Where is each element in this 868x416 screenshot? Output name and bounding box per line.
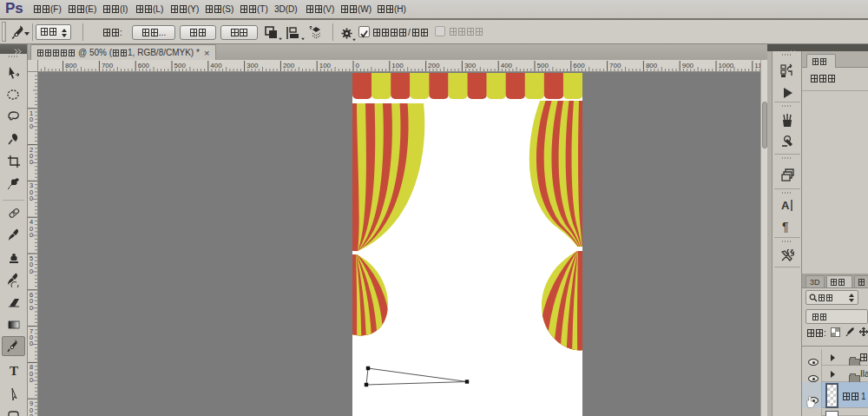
svg-text:0: 0: [30, 231, 33, 239]
svg-text:500: 500: [174, 62, 187, 69]
svg-text:1100: 1100: [754, 62, 760, 69]
svg-text:1000: 1000: [719, 62, 734, 69]
svg-text:0: 0: [30, 413, 33, 416]
svg-text:700: 700: [102, 62, 114, 69]
svg-text:600: 600: [138, 62, 150, 69]
svg-text:400: 400: [501, 62, 513, 69]
svg-text:0: 0: [356, 62, 360, 69]
svg-text:200: 200: [428, 62, 440, 69]
svg-text:0: 0: [30, 304, 33, 312]
svg-text:100: 100: [391, 62, 404, 69]
svg-text:A: A: [781, 199, 790, 212]
svg-text:0: 0: [30, 122, 33, 130]
svg-text:700: 700: [609, 62, 621, 69]
svg-text:800: 800: [646, 62, 658, 69]
svg-text:0: 0: [30, 158, 33, 166]
svg-text:0: 0: [30, 195, 33, 202]
svg-text:200: 200: [283, 62, 295, 69]
svg-text:400: 400: [210, 62, 222, 69]
svg-text:0: 0: [30, 340, 33, 347]
svg-text:T: T: [10, 364, 18, 378]
svg-text:¶: ¶: [782, 220, 789, 233]
svg-text:600: 600: [573, 62, 585, 69]
svg-text:900: 900: [682, 62, 694, 69]
svg-text:500: 500: [537, 62, 549, 69]
svg-text:300: 300: [464, 62, 477, 69]
svg-text:100: 100: [319, 62, 332, 69]
svg-text:300: 300: [247, 62, 259, 69]
svg-text:0: 0: [30, 376, 33, 384]
svg-text:0: 0: [30, 267, 33, 275]
svg-text:800: 800: [65, 62, 77, 69]
